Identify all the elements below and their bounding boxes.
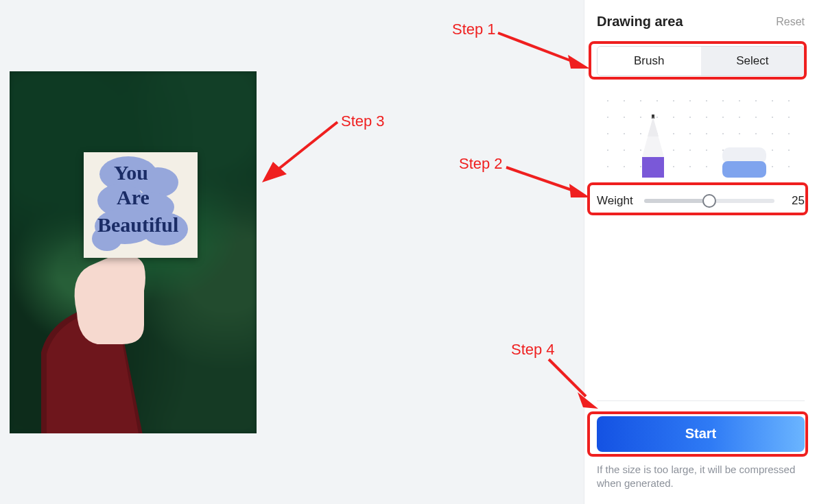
- eraser-icon: [722, 147, 766, 178]
- sticky-note: [84, 152, 198, 258]
- weight-label: Weight: [597, 194, 633, 208]
- weight-value: 25: [785, 194, 805, 208]
- annotation-step3-label: Step 3: [341, 112, 385, 130]
- reset-button[interactable]: Reset: [776, 16, 805, 28]
- svg-line-23: [277, 122, 338, 170]
- annotation-step1-arrow: [494, 27, 590, 75]
- panel-title: Drawing area: [597, 14, 683, 29]
- svg-line-21: [506, 167, 573, 191]
- svg-rect-16: [642, 157, 664, 178]
- annotation-step2-arrow: [502, 160, 590, 202]
- drawing-panel: Drawing area Reset Brush Select Weight 2…: [584, 0, 817, 504]
- svg-marker-15: [648, 117, 659, 136]
- svg-rect-18: [722, 161, 766, 178]
- tool-preview-area: [597, 90, 805, 178]
- weight-slider[interactable]: [644, 194, 774, 208]
- svg-line-25: [549, 359, 586, 396]
- hand-illustration: [41, 236, 158, 433]
- mode-toggle: Brush Select: [597, 46, 805, 76]
- annotation-step3-arrow: [259, 117, 342, 185]
- annotation-step1-label: Step 1: [452, 21, 496, 38]
- slider-thumb[interactable]: [702, 194, 716, 208]
- annotation-step4-label: Step 4: [511, 341, 555, 359]
- pencil-icon: [638, 115, 668, 178]
- svg-marker-24: [262, 162, 287, 182]
- image-canvas[interactable]: You Are Beautiful: [10, 71, 257, 433]
- size-hint-text: If the size is too large, it will be com…: [597, 463, 805, 491]
- start-button[interactable]: Start: [597, 416, 805, 452]
- svg-line-19: [498, 33, 573, 62]
- weight-row: Weight 25: [597, 189, 805, 213]
- brush-mode-button[interactable]: Brush: [597, 47, 701, 75]
- select-mode-button[interactable]: Select: [701, 47, 805, 75]
- annotation-step2-label: Step 2: [459, 155, 503, 173]
- divider: [597, 400, 805, 401]
